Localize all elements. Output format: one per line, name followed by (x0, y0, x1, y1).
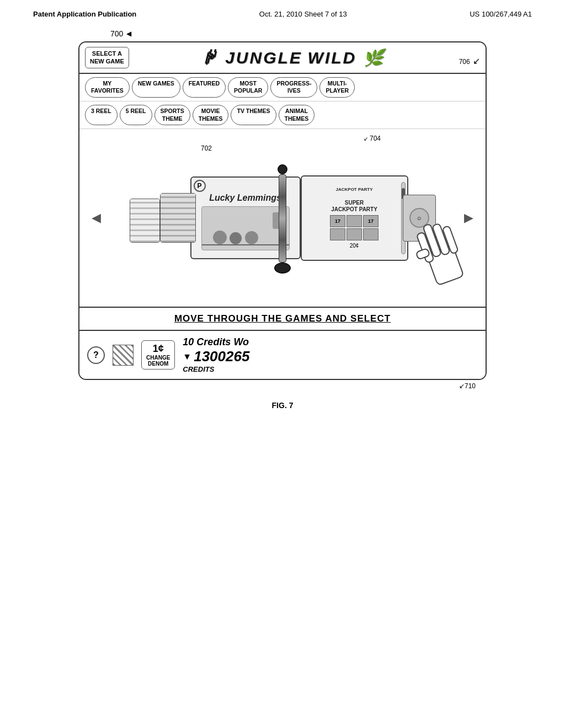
nav-btn-featured[interactable]: FEATURED (183, 77, 226, 98)
jackpot-cell-5 (347, 228, 362, 240)
nav-btn-3reel[interactable]: 3 REEL (85, 105, 118, 125)
carousel-left-arrow[interactable]: ◀ (87, 211, 105, 225)
content-area: 702 ↙ 704 ◀ (79, 129, 486, 307)
card-left-small-1 (130, 199, 160, 243)
right-game-subtitle: SUPER JACKPOT PARTY (331, 193, 377, 213)
diagram-number-label: 700 ◀ (110, 29, 131, 38)
right-game-card[interactable]: JACKPOT PARTY SUPER JACKPOT PARTY 17 17 (301, 175, 408, 261)
left-card-stack (130, 193, 196, 243)
nav-btn-movie-themes[interactable]: MOVIE THEMES (193, 105, 229, 125)
main-game-title: Lucky Lemmings (209, 193, 281, 203)
nav-btn-progressives[interactable]: PROGRESS- IVES (270, 77, 317, 98)
main-area: 700 ◀ SELECT A NEW GAME 🖗 JUNGLE WILD 🌿 … (0, 24, 565, 415)
nav-btn-sports-theme[interactable]: SPORTS THEME (154, 105, 190, 125)
nav-btn-new-games[interactable]: NEW GAMES (132, 77, 180, 98)
header-center: Oct. 21, 2010 Sheet 7 of 13 (259, 10, 347, 18)
nav-row-2: 3 REEL 5 REEL SPORTS THEME MOVIE THEMES … (79, 101, 486, 129)
card-left-small-2 (160, 193, 196, 243)
select-game-button[interactable]: SELECT A NEW GAME (85, 47, 129, 68)
p-badge: P (194, 180, 206, 192)
credits-label: CREDITS (183, 365, 214, 373)
denom-amount: 1¢ (153, 343, 164, 355)
nav-btn-most-popular[interactable]: MOST POPULAR (228, 77, 268, 98)
hand-pointer-illustration (403, 205, 469, 296)
right-game-amount: 20¢ (350, 243, 359, 249)
header-left: Patent Application Publication (33, 10, 136, 18)
nav-btn-animal-themes[interactable]: ANIMAL THEMES (279, 105, 315, 125)
jackpot-grid: 17 17 (330, 215, 379, 240)
jackpot-cell-3: 17 (363, 215, 379, 227)
right-game-title-top: JACKPOT PARTY (336, 187, 373, 192)
diagram-arrow: ◀ (126, 30, 131, 38)
instruction-bar: MOVE THROUGH THE GAMES AND SELECT (79, 307, 486, 331)
spinner-ball (278, 164, 287, 174)
outer-box: SELECT A NEW GAME 🖗 JUNGLE WILD 🌿 706 ↙ … (78, 41, 487, 380)
nav-btn-5reel[interactable]: 5 REEL (120, 105, 152, 125)
label-710: 710 (465, 382, 476, 390)
header-right: US 100/267,449 A1 (470, 10, 532, 18)
credits-line1: 10 Credits Wo (183, 336, 249, 348)
denom-label: CHANGEDENOM (146, 355, 170, 367)
nav-btn-multiplayer[interactable]: MULTI- PLAYER (319, 77, 355, 98)
label-706: 706 ↙ (459, 56, 480, 68)
spinner-base (274, 263, 291, 274)
credits-amount: ▼ 1300265 (183, 348, 249, 365)
patent-header: Patent Application Publication Oct. 21, … (0, 0, 565, 24)
spinner-shaft (279, 174, 286, 263)
nav-btn-tv-themes[interactable]: TV THEMES (231, 105, 276, 125)
jackpot-cell-2 (347, 215, 362, 227)
jackpot-cell-1: 17 (330, 215, 345, 227)
game-title: 🖗 JUNGLE WILD 🌿 (135, 47, 451, 68)
jackpot-cell-6 (363, 228, 379, 240)
nav-btn-my-favorites[interactable]: MY FAVORITES (85, 77, 130, 98)
jackpot-cell-4 (330, 228, 345, 240)
country-flag-icon[interactable] (113, 345, 134, 366)
denom-button[interactable]: 1¢ CHANGEDENOM (141, 340, 175, 370)
nav-row-1: MY FAVORITES NEW GAMES FEATURED MOST POP… (79, 74, 486, 101)
credits-display: 10 Credits Wo ▼ 1300265 CREDITS (183, 336, 249, 373)
top-bar: SELECT A NEW GAME 🖗 JUNGLE WILD 🌿 706 ↙ (79, 42, 486, 74)
help-icon[interactable]: ? (87, 346, 105, 364)
fig-label: FIG. 7 (272, 401, 294, 410)
label-710-area: ↙ 710 (78, 382, 487, 390)
spinner-joystick (274, 164, 291, 274)
credits-bar: ? 1¢ CHANGEDENOM 10 Credits Wo ▼ 1300265 (79, 331, 486, 379)
